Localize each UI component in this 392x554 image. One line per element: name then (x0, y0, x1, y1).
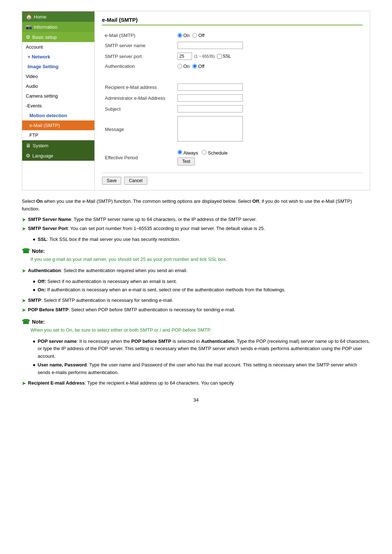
radio-smtp-on[interactable] (177, 33, 182, 38)
schedule-text: Schedule (208, 150, 228, 156)
bullet-smtp-server-port: ➤ SMTP Server Port: You can set port num… (22, 225, 370, 233)
cell-message (175, 114, 363, 144)
input-smtp-port[interactable] (177, 53, 192, 60)
sidebar-item-image-setting[interactable]: Image Setting (22, 62, 94, 71)
sidebar-label-camera-setting: Camera setting (26, 93, 58, 99)
radio-always-label[interactable]: Always (177, 150, 198, 156)
auth-on-text: On (183, 63, 189, 69)
auth-off-text: Off (198, 63, 204, 69)
sub-bullet-list-2: ● Off: Select if no authentication is ne… (22, 278, 370, 294)
sidebar-item-network[interactable]: + Network (22, 52, 94, 62)
row-subject: Subject (102, 103, 363, 114)
bullet-list-4: ➤ Recipient E-mail Address: Type the rec… (22, 379, 370, 387)
sidebar-label-account: Account (26, 44, 43, 50)
ssl-label: SSL (223, 54, 231, 59)
cell-smtp-server-name (175, 40, 363, 51)
bullet-text-4: SMTP: Select if SMTP authentication is n… (28, 297, 173, 304)
sidebar-item-account[interactable]: Account (22, 42, 94, 52)
cell-effective-period: Always Schedule Test (175, 148, 363, 167)
cell-recipient (175, 82, 363, 93)
port-range-text: (1 ~ 65535) (194, 54, 215, 58)
sidebar-item-language[interactable]: ⚙ Language (22, 151, 94, 161)
radio-schedule-label[interactable]: Schedule (202, 150, 228, 156)
page-number: 34 (22, 397, 370, 403)
textarea-message[interactable] (177, 116, 243, 141)
sub-bullet-off: ● Off: Select if no authentication is ne… (33, 278, 370, 286)
sub-bullet-list-1: ● SSL: Tick SSL box if the mail server y… (22, 236, 370, 243)
bullet-smtp-server-name: ➤ SMTP Server Name: Type the SMTP server… (22, 216, 370, 224)
sidebar-item-system[interactable]: 🖥 System (22, 140, 94, 151)
spacer-row2 (102, 144, 363, 148)
sidebar-label-basic-setup: Basic setup (32, 34, 57, 40)
label-admin-email: Administrator e-Mail Address (102, 93, 175, 103)
bullet-list-2: ➤ Authentication: Select the authenticat… (22, 267, 370, 275)
radio-smtp-off[interactable] (192, 33, 197, 38)
note-block-1: ☎ Note: If you use g-mail as your mail s… (22, 247, 370, 263)
sidebar-label-network: + Network (28, 54, 50, 59)
body-text-section: Select On when you use the e-Mail (SMTP)… (22, 198, 370, 390)
sidebar-item-events[interactable]: -Events (22, 101, 94, 111)
bullet-list-3: ➤ SMTP: Select if SMTP authentication is… (22, 297, 370, 314)
save-button[interactable]: Save (102, 177, 121, 185)
checkbox-ssl[interactable] (217, 54, 222, 59)
input-admin-email[interactable] (177, 94, 243, 102)
bullet-authentication: ➤ Authentication: Select the authenticat… (22, 267, 370, 275)
main-content: e-Mail (SMTP) e-Mail (SMTP) On (95, 11, 370, 190)
sidebar-label-language: Language (32, 153, 53, 159)
radio-auth-off-label[interactable]: Off (192, 63, 204, 69)
sidebar-label-ftp: FTP (29, 132, 38, 138)
cancel-button[interactable]: Cancel (124, 177, 147, 185)
sidebar-item-ftp[interactable]: FTP (22, 130, 94, 140)
sidebar-item-information[interactable]: 📷 Information (22, 22, 94, 32)
row-smtp-port: SMTP server port (1 ~ 65535) SSL (102, 51, 363, 62)
sidebar-item-basic-setup[interactable]: ⚙ Basic setup (22, 32, 94, 42)
bullet-pop-before-smtp: ➤ POP Before SMTP: Select when POP befor… (22, 306, 370, 314)
bullet-list-1: ➤ SMTP Server Name: Type the SMTP server… (22, 216, 370, 233)
sub-bullet-text-4: POP server name: It is necessary when th… (38, 338, 370, 360)
sidebar-item-video[interactable]: Video (22, 71, 94, 81)
label-message: Message (102, 114, 175, 144)
sidebar-item-motion-detection[interactable]: Motion detection (22, 111, 94, 120)
sidebar-label-events: -Events (26, 103, 42, 108)
input-recipient[interactable] (177, 83, 243, 91)
input-smtp-server-name[interactable] (177, 42, 243, 49)
smtp-off-text: Off (198, 33, 204, 38)
smtp-toggle-group: On Off (177, 33, 360, 38)
intro-paragraph: Select On when you use the e-Mail (SMTP)… (22, 198, 370, 213)
sidebar-item-audio[interactable]: Audio (22, 81, 94, 91)
radio-auth-off[interactable] (192, 64, 197, 69)
radio-auth-on[interactable] (177, 64, 182, 69)
sub-bullet-text-1: SSL: Tick SSL box if the mail server you… (38, 236, 180, 243)
dot-icon-2: ● (33, 278, 36, 286)
bullet-text-6: Recipient E-mail Address: Type the recip… (28, 379, 234, 387)
sidebar-label-image-setting: Image Setting (28, 64, 58, 69)
radio-schedule[interactable] (202, 150, 207, 155)
test-button[interactable]: Test (177, 157, 195, 165)
radio-on-label[interactable]: On (177, 33, 189, 38)
form-table: e-Mail (SMTP) On Off (102, 31, 363, 167)
sidebar-item-home[interactable]: 🏠 Home (22, 11, 94, 22)
sub-bullet-text-5: User name, Password: Type the user name … (38, 361, 370, 377)
input-subject[interactable] (177, 105, 243, 112)
page-wrapper: 🏠 Home 📷 Information ⚙ Basic setup Accou… (22, 11, 370, 403)
intro-on-bold: On (36, 198, 43, 204)
sub-bullet-list-3: ● POP server name: It is necessary when … (22, 338, 370, 377)
radio-always[interactable] (177, 150, 182, 155)
home-icon: 🏠 (26, 14, 32, 20)
sidebar-item-camera-setting[interactable]: Camera setting (22, 91, 94, 101)
radio-off-label[interactable]: Off (192, 33, 204, 38)
note-label-1: Note: (32, 248, 45, 254)
cell-admin-email (175, 93, 363, 103)
sidebar-label-information: Information (34, 24, 57, 30)
sidebar-item-email-smtp[interactable]: e-Mail (SMTP) (22, 120, 94, 130)
ssl-check: SSL (217, 54, 231, 59)
effective-period-group: Always Schedule (177, 150, 360, 156)
sidebar-label-motion-detection: Motion detection (29, 113, 67, 118)
cell-smtp-port: (1 ~ 65535) SSL (175, 51, 363, 62)
radio-auth-on-label[interactable]: On (177, 63, 189, 69)
arrow-icon-2: ➤ (22, 225, 26, 233)
bullet-text-5: POP Before SMTP: Select when POP before … (28, 306, 236, 314)
note-text-2: When you set to On, be sure to select ei… (30, 327, 370, 334)
camera-icon: 📷 (26, 24, 32, 30)
dot-icon-1: ● (33, 236, 36, 243)
